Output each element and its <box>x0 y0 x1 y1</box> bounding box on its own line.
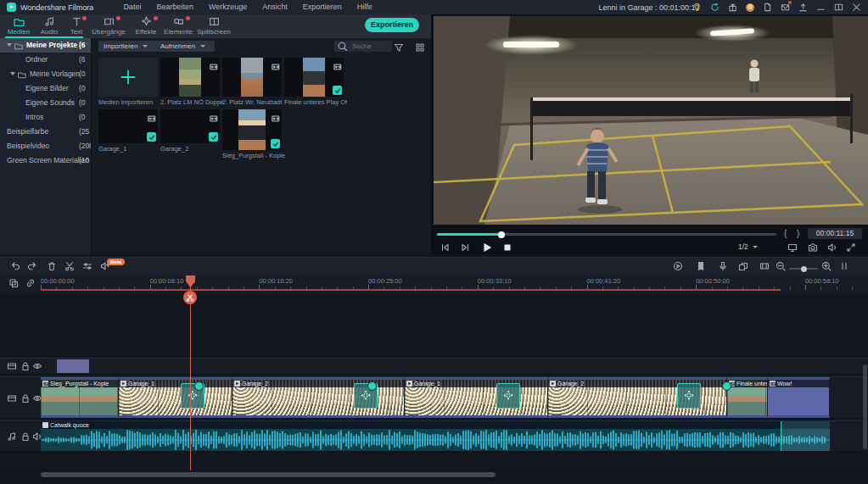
video-clip[interactable]: Garage_1 <box>119 377 232 418</box>
mark-in-icon[interactable]: { <box>784 229 787 238</box>
transition-overlay[interactable] <box>677 383 701 409</box>
media-item[interactable]: 2. Platz Wr. Neustadt <box>222 58 285 106</box>
mail-icon[interactable] <box>781 3 790 12</box>
filmstrip-icon[interactable] <box>759 261 770 271</box>
sidebar-item[interactable]: Green Screen Materialien(10 <box>0 153 91 168</box>
title-clip[interactable] <box>57 359 89 373</box>
media-item[interactable]: Garage_1 <box>98 109 161 153</box>
mixer-icon[interactable] <box>738 261 748 271</box>
playhead-split-badge[interactable] <box>183 291 197 304</box>
fullscreen-icon[interactable] <box>846 242 856 253</box>
filter-icon[interactable] <box>394 42 404 53</box>
eye-icon[interactable] <box>32 361 42 371</box>
fit-timeline-icon[interactable] <box>839 261 849 271</box>
mark-out-icon[interactable]: } <box>797 229 799 238</box>
timeline-ruler[interactable]: 00:00:00:0000:00:08:1000:00:16:2000:00:2… <box>0 275 868 292</box>
menu-ansicht[interactable]: Ansicht <box>255 0 295 14</box>
clip-effect-badge[interactable] <box>194 381 204 391</box>
zoom-in-icon[interactable] <box>821 261 832 271</box>
import-media-tile[interactable] <box>98 58 158 97</box>
media-thumbnail[interactable] <box>160 58 220 97</box>
horizontal-scrollbar-thumb[interactable] <box>41 472 496 477</box>
sidebar-item[interactable]: Ordner(6 <box>0 53 91 67</box>
display-device-icon[interactable] <box>787 242 798 253</box>
expand-arrow-icon[interactable] <box>10 72 15 75</box>
lock-icon[interactable] <box>20 393 31 403</box>
preview-video[interactable] <box>434 16 868 225</box>
tips-lightbulb-icon[interactable] <box>692 3 702 12</box>
stop-button[interactable] <box>502 242 512 253</box>
sidebar-item[interactable]: Beispielfarbe(25 <box>0 125 91 139</box>
media-thumbnail[interactable] <box>222 58 282 97</box>
tab-übergänge[interactable]: Übergänge <box>88 16 129 36</box>
sidebar-item[interactable]: Eigene Sounds(0 <box>0 96 91 110</box>
menu-exportieren[interactable]: Exportieren <box>295 0 350 14</box>
export-button[interactable]: Exportieren <box>365 18 419 32</box>
maximize-button[interactable] <box>834 3 843 12</box>
manage-tracks-icon[interactable] <box>8 278 19 288</box>
media-thumbnail[interactable] <box>160 109 220 143</box>
timeline-zoom-slider[interactable] <box>789 268 818 270</box>
media-thumbnail[interactable] <box>284 58 344 97</box>
sidebar-item[interactable]: Beispielvideo(20 <box>0 139 91 153</box>
transition-overlay[interactable] <box>496 383 520 409</box>
vertical-scrollbar-thumb[interactable] <box>863 364 867 449</box>
seek-bar[interactable] <box>437 233 776 236</box>
sidebar-item[interactable]: Meine Projekte(6 <box>0 38 91 53</box>
previous-frame-button[interactable] <box>440 242 450 253</box>
import-button[interactable]: Importieren <box>98 41 160 52</box>
voiceover-mic-icon[interactable] <box>718 261 728 271</box>
menu-bearbeiten[interactable]: Bearbeiten <box>148 0 201 14</box>
lock-icon[interactable] <box>20 431 31 442</box>
adjust-icon[interactable] <box>82 261 92 271</box>
sidebar-item[interactable]: Meine Vorlagen(0 <box>0 67 91 81</box>
snapshot-camera-icon[interactable] <box>808 242 818 253</box>
media-thumbnail[interactable] <box>98 109 158 143</box>
minimize-button[interactable] <box>816 3 826 12</box>
marker-icon[interactable] <box>696 261 706 271</box>
video-clip[interactable]: Finale unteres <box>727 377 768 418</box>
timeline-zoom-handle[interactable] <box>801 266 807 272</box>
gift-icon[interactable] <box>728 3 737 12</box>
lock-icon[interactable] <box>20 361 31 371</box>
search-input[interactable] <box>350 42 388 51</box>
media-item[interactable]: Sieg_Purgstall - Kopie <box>222 109 285 159</box>
zoom-out-icon[interactable] <box>776 261 786 271</box>
clip-effect-badge[interactable] <box>722 381 731 391</box>
media-item[interactable]: Medien importieren <box>98 58 161 106</box>
menu-werkzeuge[interactable]: Werkzeuge <box>201 0 255 14</box>
video-clip[interactable]: Garage_1 <box>405 377 548 418</box>
media-thumbnail[interactable] <box>222 109 282 150</box>
media-item[interactable]: Finale unteres Play Off M... <box>284 58 347 106</box>
record-button[interactable]: Aufnehmen <box>155 41 215 52</box>
render-preview-icon[interactable] <box>673 261 683 271</box>
preview-zoom-select[interactable]: 1/2 <box>738 242 758 251</box>
expand-arrow-icon[interactable] <box>7 43 12 47</box>
account-avatar[interactable] <box>746 3 754 12</box>
tab-elemente[interactable]: Elemente <box>158 16 199 36</box>
delete-icon[interactable] <box>47 261 57 271</box>
split-scissors-icon[interactable] <box>64 261 75 271</box>
seek-handle[interactable] <box>498 231 505 238</box>
sidebar-collapse-handle[interactable] <box>87 142 91 149</box>
sidebar-item[interactable]: Intros(0 <box>0 110 91 125</box>
sidebar-item[interactable]: Eigene Bilder(0 <box>0 81 91 96</box>
document-icon[interactable] <box>763 3 772 12</box>
audio-clip[interactable]: ♪ Catwalk quoce <box>41 421 830 451</box>
link-icon[interactable] <box>25 278 36 288</box>
grid-view-icon[interactable] <box>415 42 425 53</box>
video-clip[interactable]: Wow! <box>768 377 830 418</box>
close-button[interactable] <box>852 3 861 12</box>
tab-splitscreen[interactable]: Splitscreen <box>193 16 234 36</box>
media-item[interactable]: Garage_2 <box>160 109 223 153</box>
redo-icon[interactable] <box>27 261 37 271</box>
video-clip[interactable]: Sieg_Purgstall - Kopie <box>41 377 119 418</box>
playhead-handle[interactable] <box>186 275 195 287</box>
play-button[interactable] <box>482 242 492 253</box>
menu-datei[interactable]: Datei <box>115 0 148 14</box>
playhead-line[interactable] <box>190 275 191 470</box>
media-item[interactable]: 2. Platz LM NÖ Doppel - ... <box>160 58 223 106</box>
undo-icon[interactable] <box>10 261 20 271</box>
upload-icon[interactable] <box>798 3 808 12</box>
clip-effect-badge[interactable] <box>367 381 377 391</box>
